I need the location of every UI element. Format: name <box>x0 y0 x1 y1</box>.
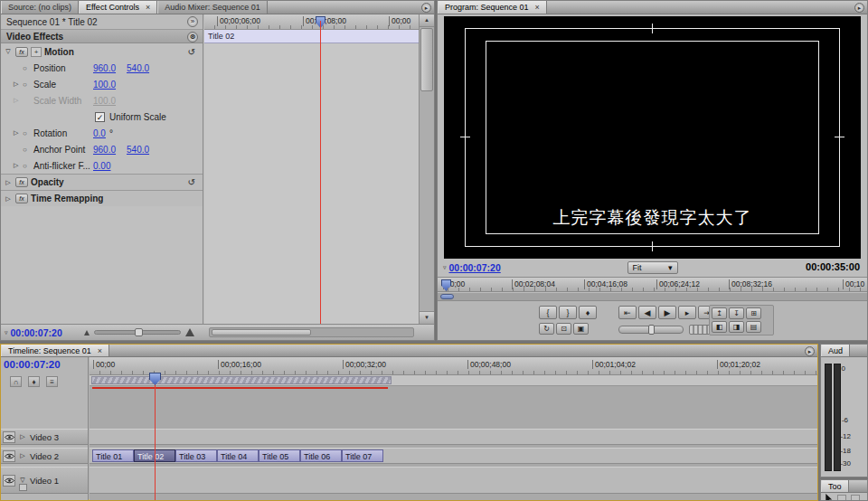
twirl-closed-icon[interactable]: ▷ <box>18 433 27 440</box>
extract-button[interactable]: ↧ <box>729 307 744 319</box>
program-scroll-zone[interactable] <box>438 293 867 301</box>
panel-menu-icon[interactable]: ▸ <box>421 3 431 13</box>
toggle-track-output-button[interactable] <box>3 450 15 462</box>
program-ruler[interactable]: 00;00 00;02;08;04 00;04;16;08 00;06;24;1… <box>438 277 867 292</box>
position-y-value[interactable]: 540.0 <box>127 63 149 73</box>
tab-effect-controls[interactable]: Effect Controls × <box>79 1 157 14</box>
toggle-track-output-button[interactable] <box>3 431 15 443</box>
set-in-point-button[interactable]: { <box>539 306 557 319</box>
track-header-video-2[interactable]: ▷ Video 2 <box>1 448 88 464</box>
timeline-clip[interactable]: Title 03 <box>175 449 217 462</box>
program-playhead-handle[interactable] <box>441 279 451 291</box>
close-icon[interactable]: × <box>98 346 102 355</box>
lift-button[interactable]: ↥ <box>712 307 727 319</box>
step-forward-button[interactable]: ▸ <box>678 306 696 319</box>
loop-button[interactable]: ↻ <box>539 323 554 335</box>
twirl-open-icon[interactable]: ▽ <box>18 477 27 484</box>
timeline-current-timecode[interactable]: 00:00:07:20 <box>4 359 61 370</box>
trim-left-button[interactable]: ◧ <box>712 321 727 333</box>
zoom-control[interactable] <box>84 328 194 336</box>
work-area-segment[interactable] <box>91 376 392 384</box>
step-back-button[interactable]: ◀ <box>638 306 656 319</box>
set-marker-icon[interactable]: ♦ <box>28 376 40 387</box>
export-frame-button[interactable]: ⊞ <box>746 307 761 319</box>
reset-icon[interactable]: ↺ <box>188 177 195 187</box>
toggle-track-output-button[interactable] <box>3 475 15 487</box>
tab-source[interactable]: Source: (no clips) <box>1 1 79 14</box>
zoom-level-dropdown[interactable]: Fit ▾ <box>627 261 678 274</box>
anchor-point-y-value[interactable]: 540.0 <box>127 145 149 155</box>
horizontal-scrollbar-thumb[interactable] <box>212 329 311 336</box>
twirl-open-icon[interactable]: ▽ <box>4 48 13 55</box>
track-video-2[interactable]: Title 01 Title 02 Title 03 Title 04 Titl… <box>90 448 817 464</box>
set-marker-button[interactable]: ♦ <box>579 306 597 319</box>
set-display-style-icon[interactable] <box>19 484 27 491</box>
tab-tools[interactable]: Too <box>821 480 849 492</box>
effect-enabled-icon[interactable]: fx <box>15 177 28 187</box>
twirl-closed-icon[interactable]: ▷ <box>4 179 13 186</box>
current-timecode[interactable]: 00:00:07:20 <box>11 327 62 338</box>
rotation-value[interactable]: 0.0 <box>93 128 106 138</box>
toggle-animation-icon[interactable]: ○ <box>23 64 33 72</box>
panel-menu-icon[interactable]: ▸ <box>854 3 864 13</box>
twirl-closed-icon[interactable]: ▷ <box>14 129 23 137</box>
set-out-point-button[interactable]: } <box>559 306 577 319</box>
motion-effect-row[interactable]: ▽ fx + Motion ↺ <box>1 43 203 60</box>
close-icon[interactable]: × <box>535 3 540 12</box>
show-timeline-view-icon[interactable]: » <box>187 16 198 27</box>
scroll-up-icon[interactable]: ▲ <box>420 14 434 27</box>
tab-audio-mixer[interactable]: Audio Mixer: Sequence 01 <box>157 1 268 14</box>
play-button[interactable]: ▶ <box>658 306 676 319</box>
timeline-clip[interactable]: Title 04 <box>217 449 259 462</box>
zoom-slider[interactable] <box>94 330 181 335</box>
go-to-in-button[interactable]: ⇤ <box>618 306 637 319</box>
track-header-video-1[interactable]: ▽ Video 1 <box>1 467 88 494</box>
safe-margins-button[interactable]: ⊡ <box>556 323 571 335</box>
zoom-slider-thumb[interactable] <box>135 328 143 336</box>
zoom-out-icon[interactable] <box>84 330 90 336</box>
track-video-3[interactable] <box>90 429 817 445</box>
multi-camera-button[interactable]: ▤ <box>746 321 761 333</box>
program-timecode-value[interactable]: 00:00:07:20 <box>449 262 501 273</box>
twirl-closed-icon[interactable]: ▷ <box>14 97 23 104</box>
scale-value[interactable]: 100.0 <box>93 80 116 90</box>
work-area-bar[interactable] <box>90 375 817 386</box>
track-header-video-3[interactable]: ▷ Video 3 <box>1 429 88 445</box>
timeline-clip[interactable]: Title 06 <box>300 449 342 462</box>
tab-audio-meters[interactable]: Aud <box>821 345 850 356</box>
tab-program[interactable]: Program: Sequence 01 × <box>438 1 547 14</box>
timeline-clip[interactable]: Title 05 <box>259 449 300 462</box>
uniform-scale-checkbox[interactable]: ✓ <box>95 112 105 122</box>
close-icon[interactable]: × <box>146 3 150 12</box>
track-video-1[interactable] <box>90 467 817 494</box>
timeline-clip[interactable]: Title 07 <box>342 449 383 462</box>
scroll-down-icon[interactable]: ▼ <box>420 311 434 324</box>
reset-icon[interactable]: ↺ <box>188 47 195 57</box>
ripple-edit-tool-icon[interactable] <box>851 495 860 501</box>
panel-menu-icon[interactable]: ▸ <box>805 346 815 356</box>
selection-tool-icon[interactable] <box>825 494 833 501</box>
twirl-closed-icon[interactable]: ▷ <box>14 162 23 169</box>
time-remapping-effect-row[interactable]: ▷ fx Time Remapping <box>1 190 203 206</box>
position-x-value[interactable]: 960.0 <box>93 63 116 73</box>
toggle-animation-icon[interactable]: ○ <box>23 129 33 137</box>
vertical-scrollbar[interactable]: ▲ ▼ <box>419 14 434 324</box>
effect-enabled-icon[interactable]: fx <box>15 47 28 57</box>
trim-right-button[interactable]: ◨ <box>729 321 744 333</box>
zoom-in-icon[interactable] <box>185 328 194 336</box>
effect-controls-ruler[interactable]: 00;00;06;00 00;00;08;00 00;00 <box>204 14 419 30</box>
toggle-animation-icon[interactable]: ○ <box>23 146 33 154</box>
toggle-animation-icon[interactable]: ○ <box>23 80 33 89</box>
shuttle-thumb[interactable] <box>648 325 655 335</box>
tab-timeline[interactable]: Timeline: Sequence 01 × <box>1 345 109 356</box>
toggle-animation-icon[interactable]: ○ <box>23 162 33 170</box>
twirl-closed-icon[interactable]: ▷ <box>14 80 23 88</box>
track-select-tool-icon[interactable] <box>837 495 846 501</box>
program-video-area[interactable]: 上完字幕後發現字太大了 <box>444 16 861 259</box>
timeline-clip[interactable]: Title 01 <box>92 449 134 462</box>
timeline-menu-icon[interactable]: ≡ <box>46 376 58 387</box>
timeline-ruler[interactable]: 00;00 00;00;16;00 00;00;32;00 00;00;48;0… <box>90 357 817 375</box>
output-button[interactable]: ▣ <box>573 323 589 335</box>
horizontal-scrollbar[interactable] <box>209 327 414 337</box>
anchor-point-x-value[interactable]: 960.0 <box>93 145 116 155</box>
